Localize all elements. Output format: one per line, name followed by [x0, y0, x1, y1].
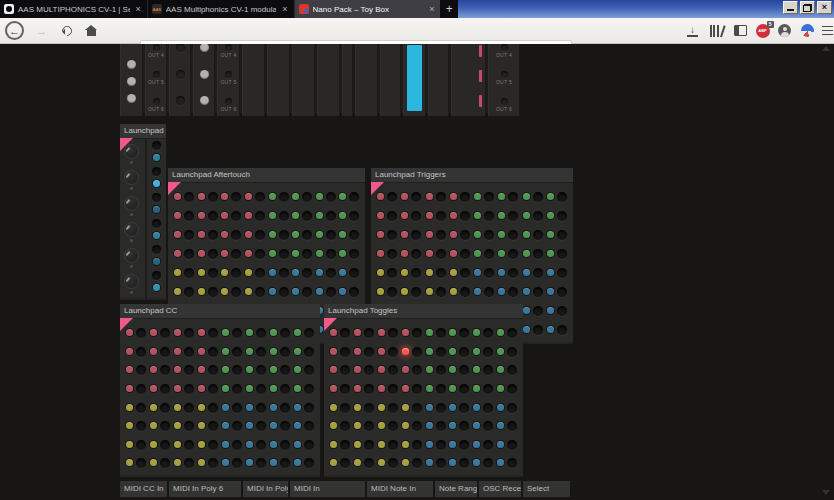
pad-led[interactable]: [245, 212, 252, 219]
pad-led[interactable]: [174, 250, 181, 257]
out-port[interactable]: [225, 44, 232, 51]
pad-port[interactable]: [349, 287, 359, 297]
pad-led[interactable]: [523, 193, 530, 200]
pad-port[interactable]: [387, 211, 397, 221]
pad-led[interactable]: [449, 459, 456, 466]
pad-led[interactable]: [174, 329, 181, 336]
pad-led[interactable]: [547, 231, 554, 238]
pad-port[interactable]: [483, 403, 493, 413]
pad-led[interactable]: [401, 212, 408, 219]
pad-led[interactable]: [474, 250, 481, 257]
pad-led[interactable]: [245, 231, 252, 238]
blue-led[interactable]: [153, 180, 160, 187]
pad-port[interactable]: [436, 268, 446, 278]
pad-led[interactable]: [292, 231, 299, 238]
pad-led[interactable]: [497, 404, 504, 411]
pad-led[interactable]: [497, 422, 504, 429]
pad-port[interactable]: [256, 384, 266, 394]
pad-port[interactable]: [388, 421, 398, 431]
pad-port[interactable]: [484, 268, 494, 278]
pad-led[interactable]: [339, 269, 346, 276]
pad-led[interactable]: [354, 422, 361, 429]
pad-led[interactable]: [245, 250, 252, 257]
pad-led[interactable]: [198, 459, 205, 466]
pad-led[interactable]: [294, 385, 301, 392]
pad-port[interactable]: [459, 347, 469, 357]
pad-port[interactable]: [364, 347, 374, 357]
pad-led[interactable]: [150, 441, 157, 448]
pad-led[interactable]: [523, 250, 530, 257]
pad-port[interactable]: [160, 365, 170, 375]
pad-port[interactable]: [208, 211, 218, 221]
pad-port[interactable]: [340, 328, 350, 338]
module-header-osc-receive[interactable]: OSC Receive: [479, 481, 521, 497]
pad-port[interactable]: [557, 287, 567, 297]
pad-port[interactable]: [302, 287, 312, 297]
pad-port[interactable]: [557, 211, 567, 221]
pad-led[interactable]: [330, 404, 337, 411]
pad-port[interactable]: [388, 403, 398, 413]
pad-led[interactable]: [474, 231, 481, 238]
pad-led[interactable]: [426, 459, 433, 466]
pad-port[interactable]: [208, 287, 218, 297]
pad-led[interactable]: [292, 269, 299, 276]
pad-led[interactable]: [246, 441, 253, 448]
pad-led[interactable]: [269, 250, 276, 257]
pad-port[interactable]: [387, 249, 397, 259]
pad-port[interactable]: [255, 287, 265, 297]
pad-port[interactable]: [459, 328, 469, 338]
pad-port[interactable]: [279, 192, 289, 202]
pad-led[interactable]: [450, 288, 457, 295]
pad-led[interactable]: [426, 212, 433, 219]
module-header-note-range[interactable]: Note Range: [435, 481, 477, 497]
pad-led[interactable]: [198, 193, 205, 200]
pad-led[interactable]: [150, 348, 157, 355]
pad-led[interactable]: [450, 193, 457, 200]
pad-port[interactable]: [256, 403, 266, 413]
pad-led[interactable]: [270, 329, 277, 336]
tab-close-icon[interactable]: ×: [427, 4, 436, 14]
pad-port[interactable]: [231, 230, 241, 240]
tab-close-icon[interactable]: ×: [134, 4, 143, 14]
pad-led[interactable]: [547, 212, 554, 219]
pad-led[interactable]: [150, 459, 157, 466]
pad-led[interactable]: [474, 212, 481, 219]
pad-led[interactable]: [174, 288, 181, 295]
pad-port[interactable]: [459, 458, 469, 468]
pad-port[interactable]: [304, 421, 314, 431]
pad-led[interactable]: [316, 250, 323, 257]
pad-port[interactable]: [340, 347, 350, 357]
pad-led[interactable]: [292, 193, 299, 200]
pad-port[interactable]: [208, 268, 218, 278]
pad-port[interactable]: [136, 440, 146, 450]
blue-led[interactable]: [153, 232, 160, 239]
pad-port[interactable]: [412, 347, 422, 357]
pad-port[interactable]: [533, 306, 543, 316]
pad-led[interactable]: [316, 288, 323, 295]
pad-led[interactable]: [270, 404, 277, 411]
pad-led[interactable]: [246, 348, 253, 355]
pad-port[interactable]: [436, 403, 446, 413]
pad-led[interactable]: [222, 366, 229, 373]
pad-port[interactable]: [302, 192, 312, 202]
pad-port[interactable]: [184, 347, 194, 357]
level-fader[interactable]: [407, 45, 422, 111]
pad-port[interactable]: [364, 384, 374, 394]
pad-port[interactable]: [436, 192, 446, 202]
port[interactable]: [152, 193, 161, 202]
pad-port[interactable]: [208, 230, 218, 240]
pad-led[interactable]: [174, 366, 181, 373]
pad-port[interactable]: [280, 384, 290, 394]
pad-port[interactable]: [232, 365, 242, 375]
pad-port[interactable]: [436, 347, 446, 357]
pad-led[interactable]: [377, 250, 384, 257]
pad-port[interactable]: [326, 249, 336, 259]
pad-port[interactable]: [184, 365, 194, 375]
menu-button[interactable]: [818, 21, 834, 40]
pad-led[interactable]: [294, 404, 301, 411]
pad-led[interactable]: [378, 366, 385, 373]
pad-led[interactable]: [473, 404, 480, 411]
pad-port[interactable]: [507, 458, 517, 468]
knob[interactable]: [124, 274, 139, 289]
pad-led[interactable]: [198, 329, 205, 336]
